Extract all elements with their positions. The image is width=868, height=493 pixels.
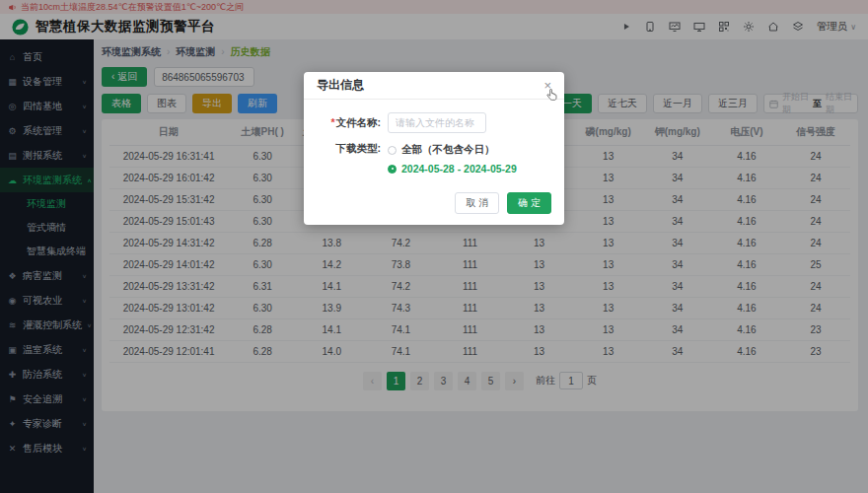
file-name-input[interactable] — [388, 112, 486, 133]
export-dialog-body: *文件名称: 下载类型: 全部（不包含今日） 2024-05-28 - 2024… — [304, 100, 564, 175]
file-name-row: *文件名称: — [318, 112, 550, 133]
confirm-button[interactable]: 确 定 — [507, 192, 551, 214]
download-type-options: 全部（不包含今日） 2024-05-28 - 2024-05-29 — [388, 142, 517, 175]
radio-option-date-range[interactable]: 2024-05-28 - 2024-05-29 — [388, 163, 517, 175]
mouse-cursor-icon — [546, 88, 557, 106]
radio-checked-icon — [388, 165, 397, 174]
download-type-row: 下载类型: 全部（不包含今日） 2024-05-28 - 2024-05-29 — [318, 142, 550, 175]
required-asterisk: * — [330, 116, 334, 128]
radio-option-all[interactable]: 全部（不包含今日） — [388, 143, 517, 157]
app-window: 当前10cm土壤温度28.54℃在预警设置值1℃~200℃之间 智慧植保大数据监… — [0, 0, 868, 493]
download-type-label: 下载类型: — [318, 142, 381, 156]
export-dialog-footer: 取 消 确 定 — [455, 192, 551, 214]
export-dialog: 导出信息 × *文件名称: 下载类型: 全部（不包含今日） — [304, 72, 564, 225]
radio-unchecked-icon — [388, 146, 397, 155]
export-dialog-title: 导出信息 — [317, 77, 364, 94]
cancel-button[interactable]: 取 消 — [455, 192, 499, 214]
file-name-label: 文件名称: — [336, 116, 382, 128]
export-dialog-header: 导出信息 × — [304, 72, 564, 100]
